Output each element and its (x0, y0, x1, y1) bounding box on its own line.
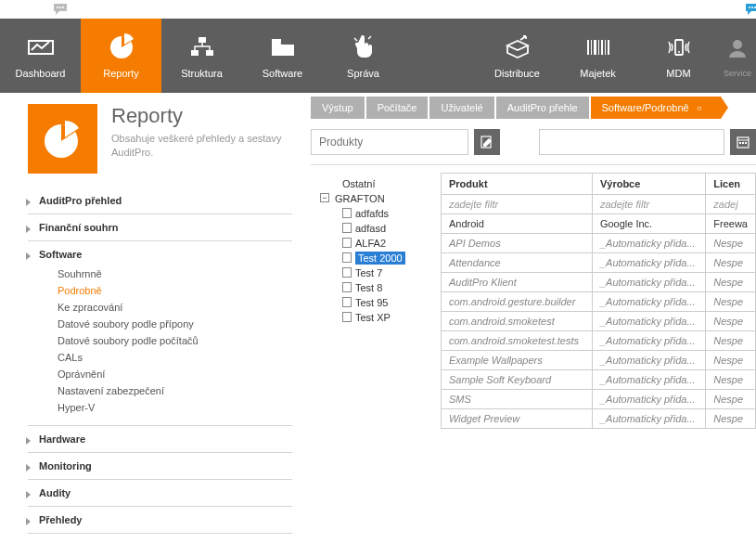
tree-leaf[interactable]: Test 95 (316, 295, 441, 310)
svg-point-3 (749, 6, 750, 8)
dashboard-icon (26, 32, 56, 62)
svg-point-21 (733, 40, 742, 49)
side-group-auditpro-přehled[interactable]: AuditPro přehled (28, 195, 292, 206)
software-grid: ProduktVýrobceLicen zadejte filtrzadejte… (441, 173, 756, 429)
column-filter-input[interactable]: zadejte filtr (442, 195, 593, 214)
page-header: Reporty Obsahuje veškeré přehledy a sest… (0, 104, 311, 187)
user-icon (723, 33, 752, 63)
side-item[interactable]: Datové soubory podle přípony (58, 316, 292, 332)
nav-reporty[interactable]: Reporty (81, 19, 161, 93)
side-group-software[interactable]: Software (28, 249, 292, 260)
nav-sprava[interactable]: Správa (323, 19, 404, 93)
side-group-monitoring[interactable]: Monitoring (28, 460, 292, 472)
svg-rect-18 (608, 40, 609, 55)
svg-rect-16 (601, 40, 603, 55)
tree-leaf[interactable]: adfafds (316, 206, 441, 221)
table-row[interactable]: AndroidGoogle Inc.Freewa (442, 214, 756, 234)
table-row[interactable]: Example Wallpapers_Automaticky přida...N… (442, 351, 756, 370)
side-item[interactable]: Souhrnně (58, 265, 292, 282)
tree-leaf[interactable]: ALFA2 (316, 236, 441, 251)
nav-label: Správa (347, 68, 379, 79)
side-item[interactable]: Nastavení zabezpečení (58, 382, 292, 399)
side-item[interactable]: CALs (58, 349, 292, 366)
tab-v-stup[interactable]: Výstup (311, 97, 365, 119)
side-menu: AuditPro přehledFinanční souhrnSoftwareS… (0, 187, 311, 543)
column-header[interactable]: Výrobce (592, 174, 705, 195)
nav-dashboard[interactable]: Dashboard (0, 19, 81, 93)
svg-rect-13 (591, 40, 592, 55)
document-icon (342, 282, 352, 292)
tab-software-podrobn-[interactable]: Software/Podrobně○ (591, 97, 721, 119)
table-row[interactable]: SMS_Automaticky přida...Nespe (442, 390, 756, 409)
svg-rect-10 (206, 50, 213, 56)
side-item[interactable]: Oprávnění (58, 366, 292, 382)
tree-root[interactable]: Ostatní (316, 176, 441, 191)
side-group-audity[interactable]: Audity (28, 487, 292, 498)
tree-leaf[interactable]: adfasd (316, 221, 441, 236)
calendar-button[interactable] (730, 129, 756, 155)
tab-po-ta-e[interactable]: Počítače (366, 97, 429, 119)
side-group-finanční-souhrn[interactable]: Finanční souhrn (28, 222, 292, 233)
nav-service[interactable]: Service (719, 19, 756, 93)
document-icon (342, 297, 352, 307)
tree-collapse-icon[interactable]: − (320, 193, 329, 202)
nav-majetek[interactable]: Majetek (557, 19, 638, 93)
table-row[interactable]: AuditPro Klient_Automaticky přida...Nesp… (442, 273, 756, 292)
table-row[interactable]: Widget Preview_Automaticky přida...Nespe (442, 409, 756, 429)
column-filter-input[interactable]: zadej (706, 195, 756, 214)
tree-leaf[interactable]: Test 7 (316, 265, 441, 280)
document-icon (342, 238, 352, 248)
table-row[interactable]: com.android.gesture.builder_Automaticky … (442, 292, 756, 312)
tree-leaf[interactable]: Test 2000 (316, 251, 441, 265)
table-row[interactable]: Attendance_Automaticky přida...Nespe (442, 253, 756, 273)
column-header[interactable]: Produkt (442, 174, 593, 195)
table-row[interactable]: com.android.smoketest.tests_Automaticky … (442, 331, 756, 351)
document-icon (342, 252, 352, 263)
side-item[interactable]: Datové soubory podle počítačů (58, 332, 292, 349)
nav-label: Service (724, 69, 751, 78)
tree-parent[interactable]: − GRAFTON (316, 191, 441, 206)
chat-icon[interactable] (744, 2, 756, 17)
side-group-hardware[interactable]: Hardware (28, 433, 292, 445)
date-range-input[interactable] (539, 129, 724, 155)
tab-close-icon[interactable]: ○ (697, 103, 702, 113)
folder-icon (268, 32, 298, 62)
nav-label: Distribuce (494, 68, 540, 79)
column-filter-input[interactable]: zadejte filtr (592, 195, 705, 214)
svg-point-4 (751, 6, 753, 8)
document-icon (342, 223, 352, 233)
nav-label: Struktura (181, 68, 223, 79)
column-header[interactable]: Licen (706, 174, 756, 195)
table-row[interactable]: com.android.smoketest_Automaticky přida.… (442, 312, 756, 331)
nav-struktura[interactable]: Struktura (161, 19, 242, 93)
filter-edit-button[interactable] (474, 129, 500, 155)
side-item[interactable]: Podrobně (58, 282, 292, 299)
tab-u-ivatel-[interactable]: Uživatelé (429, 97, 493, 119)
tab-auditpro-p-ehle[interactable]: AuditPro přehle (496, 97, 589, 119)
side-item[interactable]: Ke zpracování (58, 299, 292, 316)
nav-distribuce[interactable]: Distribuce (477, 19, 557, 93)
barcode-icon (583, 32, 613, 62)
box-share-icon (503, 32, 532, 62)
tree-leaf[interactable]: Test XP (316, 310, 441, 325)
pie-chart-icon (107, 32, 136, 62)
svg-rect-15 (598, 40, 599, 55)
chat-icon[interactable] (52, 2, 69, 17)
product-filter-input[interactable] (311, 129, 468, 155)
svg-rect-28 (745, 142, 747, 144)
svg-rect-27 (742, 142, 744, 144)
side-item[interactable]: Hyper-V (58, 399, 292, 416)
table-row[interactable]: Sample Soft Keyboard_Automaticky přida..… (442, 370, 756, 390)
nav-mdm[interactable]: MDM (638, 19, 719, 93)
table-row[interactable]: API Demos_Automaticky přida...Nespe (442, 234, 756, 253)
filter-bar (311, 126, 756, 165)
nav-software[interactable]: Software (242, 19, 323, 93)
tree-leaf[interactable]: Test 8 (316, 280, 441, 295)
nav-label: Reporty (103, 68, 139, 79)
page-description: Obsahuje veškeré přehledy a sestavy Audi… (111, 132, 301, 161)
side-group-přehledy[interactable]: Přehledy (28, 514, 292, 525)
svg-rect-12 (587, 40, 589, 55)
svg-point-20 (678, 51, 680, 53)
page-pie-icon (28, 104, 97, 174)
document-icon (342, 267, 352, 278)
